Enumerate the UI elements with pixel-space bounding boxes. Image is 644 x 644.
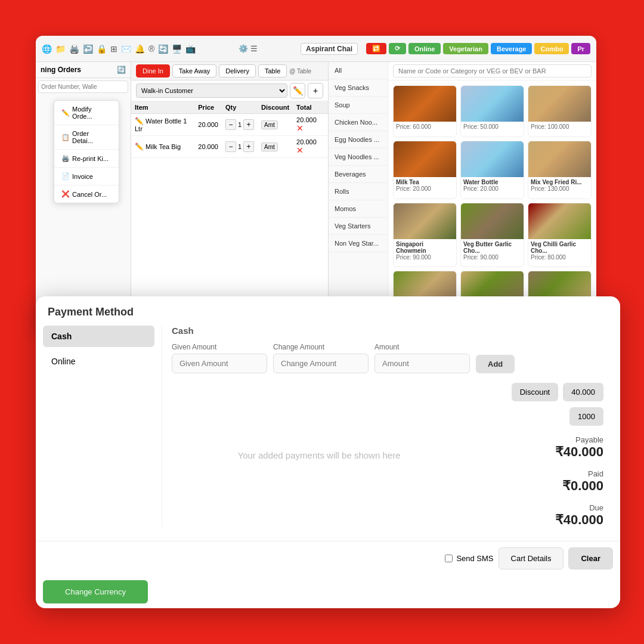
payment-lower: Your added payments will be shown here D… [172,383,603,528]
r-icon[interactable]: ® [148,44,154,54]
category-item[interactable]: Veg Snacks [329,79,388,97]
item-discount: Amt [258,114,293,136]
menu-item-card[interactable]: Singapori Chowmein Price: 90.000 [393,203,457,268]
popup-icon: 🖨️ [61,154,70,162]
nav-online[interactable]: Online [408,43,441,54]
payment-main: Cash Given Amount Change Amount Amount A [162,326,613,528]
popup-menu-item[interactable]: 🖨️Re-print Ki... [54,150,119,168]
change-currency-button[interactable]: Change Currency [43,580,148,603]
discount-button[interactable]: Discount [512,383,559,401]
folder-icon[interactable]: 📁 [55,44,66,54]
menu-item-card[interactable]: Water Bottle Price: 20.000 [460,141,524,199]
remove-item-btn[interactable]: ✕ [296,123,304,133]
nav-combo[interactable]: Combo [534,43,569,54]
menu-item-info: Price: 60.000 [394,122,456,132]
tab-table[interactable]: Table [258,64,287,78]
amount-preset-button[interactable]: 1000 [569,407,603,426]
edit-item-icon[interactable]: ✏️ [135,143,144,151]
mail-icon[interactable]: ✉️ [121,44,131,54]
nav-beverage[interactable]: Beverage [491,43,532,54]
popup-menu-item[interactable]: ✏️Modify Orde... [54,101,119,125]
category-item[interactable]: Momos [329,200,388,218]
nav-buttons: 🔁 ⟳ Online Vegetarian Beverage Combo Pr [366,43,590,54]
nav-pr[interactable]: Pr [571,43,590,54]
paid-block: Paid ₹0.000 [478,469,603,494]
nav-veg[interactable]: Vegetarian [443,43,488,54]
menu-items-panel: Price: 60.000 Price: 50.000 Price: 100.0… [388,62,596,334]
refresh-icon[interactable]: 🔄 [158,44,168,54]
nav-reload[interactable]: ⟳ [389,43,406,54]
item-qty: − 1 + [222,136,258,158]
menu-item-card[interactable]: Milk Tea Price: 20.000 [393,141,457,199]
edit-customer-btn[interactable]: ✏️ [290,83,305,98]
bell-icon[interactable]: 🔔 [135,44,145,54]
lock-icon[interactable]: 🔒 [97,44,107,54]
category-item[interactable]: Beverages [329,166,388,183]
tab-delivery[interactable]: Delivery [219,64,256,78]
qty-plus-btn[interactable]: + [243,119,254,130]
tab-take-away[interactable]: Take Away [172,64,216,78]
undo-icon[interactable]: ↩️ [83,44,93,54]
menu-item-name: Veg Butter Garlic Cho... [463,241,521,254]
customer-select[interactable]: Walk-in Customer [136,83,287,98]
menu-item-card[interactable]: Price: 60.000 [393,85,457,137]
menu-item-card[interactable]: Veg Chilli Garlic Cho... Price: 80.000 [528,203,592,268]
category-item[interactable]: Veg Starters [329,218,388,235]
globe-icon[interactable]: 🌐 [42,44,52,54]
menu-item-card[interactable]: Price: 50.000 [460,85,524,137]
menu-search-input[interactable] [393,64,592,78]
order-search-input[interactable] [38,80,128,93]
send-sms-group: Send SMS [445,547,493,569]
popup-menu-item[interactable]: ❌Cancel Or... [54,185,119,203]
given-amount-label: Given Amount [172,343,267,351]
category-item[interactable]: Veg Noodles ... [329,148,388,166]
qty-plus-btn[interactable]: + [243,141,254,152]
paid-amount: ₹0.000 [478,478,603,494]
add-payment-button[interactable]: Add [476,355,515,373]
menu-item-card[interactable]: Price: 100.000 [528,85,592,137]
menu-item-image [528,141,591,177]
popup-menu-item[interactable]: 📄Invoice [54,168,119,185]
add-customer-btn[interactable]: + [308,83,323,98]
payment-summary: Discount 40.000 1000 Payable ₹40.000 Pai… [472,383,603,528]
menu-item-card[interactable]: Veg Butter Garlic Cho... Price: 90.000 [460,203,524,268]
cart-details-button[interactable]: Cart Details [499,547,564,569]
amount-input[interactable] [374,354,470,373]
remove-item-btn[interactable]: ✕ [296,145,304,155]
menu-panel: AllVeg SnacksSoupChicken Noo...Egg Noodl… [328,62,596,334]
category-item[interactable]: All [329,62,388,79]
edit-item-icon[interactable]: ✏️ [135,117,144,125]
category-item[interactable]: Soup [329,97,388,114]
popup-icon: 📄 [61,172,70,180]
payment-method-item[interactable]: Cash [43,326,154,347]
nav-refresh[interactable]: 🔁 [366,43,386,54]
send-sms-checkbox[interactable] [445,555,453,562]
menu-item-info: Price: 50.000 [461,122,524,132]
grid-icon[interactable]: ⊞ [110,44,117,54]
amt-badge[interactable]: Amt [261,143,278,151]
category-item[interactable]: Chicken Noo... [329,114,388,131]
category-item[interactable]: Non Veg Star... [329,235,388,252]
qty-minus-btn[interactable]: − [225,141,236,152]
given-amount-input[interactable] [172,354,267,373]
item-price: 20.000 [194,114,222,136]
settings-icon[interactable]: ⚙️ ☰ [239,44,258,53]
tv-icon[interactable]: 📺 [185,44,196,54]
print-icon[interactable]: 🖨️ [69,44,79,54]
change-amount-label: Change Amount [273,343,369,351]
menu-item-image [461,141,524,177]
category-item[interactable]: Rolls [329,183,388,200]
tab-dine-in[interactable]: Dine In [136,64,170,78]
category-item[interactable]: Egg Noodles ... [329,131,388,148]
change-amount-input[interactable] [273,354,369,373]
qty-minus-btn[interactable]: − [225,119,236,130]
due-amount: ₹40.000 [478,512,603,528]
popup-menu-item[interactable]: 📋Order Detai... [54,125,119,150]
clear-button[interactable]: Clear [568,547,613,569]
monitor-icon[interactable]: 🖥️ [172,44,182,54]
refresh-orders-icon[interactable]: 🔄 [117,66,126,74]
menu-item-info: Water Bottle Price: 20.000 [461,177,524,194]
payment-method-item[interactable]: Online [43,351,154,372]
amt-badge[interactable]: Amt [261,120,278,129]
menu-item-card[interactable]: Mix Veg Fried Ri... Price: 130.000 [528,141,592,199]
